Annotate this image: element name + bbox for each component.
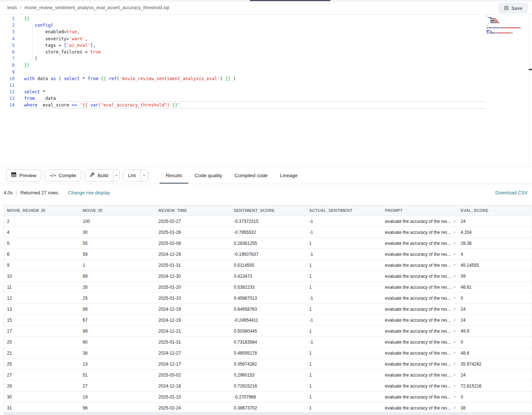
cell-review-time: 2024-12-19 [156,307,231,312]
column-header: SENTIMENT_SCORE [231,208,306,213]
cell-movie-id: 60 [80,340,156,345]
prompt-expand-icon[interactable] [453,362,456,366]
column-header: ACTUAL_SENTIMENT [306,208,382,213]
cell-actual-sentiment: -1 [306,252,382,257]
column-header: MOVIE_REVIEW_ID [4,208,80,213]
lint-button[interactable]: Lint [123,170,141,181]
prompt-expand-icon[interactable] [453,384,456,388]
code-lines[interactable]: 1{{2 config(3 enabled=true,4 severity='w… [0,15,532,109]
lint-dropdown-button[interactable] [141,170,148,181]
cell-movie-id: 96 [80,405,156,411]
cell-prompt: evaluate the accuracy of the res… [382,395,458,400]
cell-prompt: evaluate the accuracy of the res… [382,285,458,290]
cell-actual-sentiment: -1 [306,318,382,323]
prompt-expand-icon[interactable] [453,285,456,289]
prompt-expand-icon[interactable] [453,318,456,322]
code-line[interactable]: 11 [0,82,532,89]
breadcrumb-filename: movie_review_sentiment_analysis_eval_ass… [25,5,169,10]
code-line[interactable]: 6 store_failures = true [0,49,532,55]
table-row: 11262025-01-200.53922331evaluate the acc… [4,282,532,293]
code-line[interactable]: 1{{ [0,15,532,22]
prompt-expand-icon[interactable] [453,351,456,355]
prompt-expand-icon[interactable] [453,263,456,267]
tab-compiled-code[interactable]: Compiled code [228,167,274,184]
cell-sentiment-score: 0.72815216 [231,384,306,389]
code-line[interactable]: 4 severity='warn', [0,35,532,42]
line-number: 11 [0,82,15,89]
save-button[interactable]: Save [499,3,528,13]
code-line[interactable]: 12select * [0,89,532,95]
code-line[interactable]: 3 enabled=true, [0,29,532,35]
horizontal-scrollbar[interactable] [4,412,532,415]
line-number: 6 [0,49,15,55]
code-icon: </> [50,173,56,177]
editor-minimap[interactable] [487,16,528,34]
tab-lineage[interactable]: Lineage [274,167,304,184]
preview-button[interactable]: Preview [6,169,41,182]
line-number: 9 [0,69,15,75]
change-row-display-link[interactable]: Change row display [68,190,110,195]
table-row: 30192025-01-10-0.27079661evaluate the ac… [4,392,532,403]
prompt-expand-icon[interactable] [453,395,456,399]
prompt-expand-icon[interactable] [453,231,456,234]
cell-eval-score: 0 [458,340,532,345]
cell-movie-id: 67 [80,318,156,323]
prompt-preview-text: evaluate the accuracy of the res… [385,384,452,389]
cell-sentiment-score: 0.48595178 [231,351,306,356]
cell-actual-sentiment: 1 [306,362,382,367]
code-line[interactable]: 2 config( [0,22,532,29]
prompt-expand-icon[interactable] [453,296,456,300]
cell-actual-sentiment: 1 [306,241,382,246]
editor-scrollbar-thumb[interactable] [529,69,532,70]
build-dropdown-button[interactable] [113,170,119,181]
prompt-preview-text: evaluate the accuracy of the res… [385,263,452,268]
cell-actual-sentiment: -1 [306,340,382,345]
preview-label: Preview [19,173,36,178]
compile-button[interactable]: </> Compile [45,169,81,182]
table-row: 12252025-01-100.45967013-1evaluate the a… [4,293,532,304]
tab-code-quality[interactable]: Code quality [188,167,228,184]
code-line[interactable]: 10with data as ( select * from {{ ref('m… [0,75,532,82]
code-line[interactable]: 5 tags = ['ai_eval'], [0,42,532,49]
tab-results[interactable]: Results [160,167,188,184]
cell-movie-review-id: 12 [4,296,80,301]
code-line[interactable]: 8}} [0,62,532,68]
prompt-expand-icon[interactable] [453,253,456,256]
prompt-preview-text: evaluate the accuracy of the res… [385,296,452,301]
cell-prompt: evaluate the accuracy of the res… [382,230,458,235]
table-row: 21382024-12-270.485951781evaluate the ac… [4,348,532,359]
cell-prompt: evaluate the accuracy of the res… [382,329,458,334]
cell-eval-score: 38 [458,405,532,411]
prompt-expand-icon[interactable] [453,242,456,245]
cell-movie-review-id: 25 [4,362,80,367]
code-line[interactable]: 13from data [0,95,532,102]
code-line[interactable]: 14where eval_score <= '{{ var("eval_accu… [0,102,532,108]
cell-review-time: 2025-01-10 [156,296,231,301]
prompt-expand-icon[interactable] [453,373,456,377]
cell-movie-review-id: 28 [4,384,80,389]
code-line[interactable]: 9 [0,69,532,75]
cell-eval-score: 4.204 [458,230,532,235]
code-line[interactable]: 7 ) [0,55,532,62]
cell-prompt: evaluate the accuracy of the res… [382,296,458,301]
cell-eval-score: 39 [458,274,532,279]
toolbar-actions: Preview </> Compile Build [0,167,149,184]
table-row: 5552025-02-080.283812551evaluate the acc… [4,238,532,249]
status-bar: 4.0s | Returned 27 rows. Change row disp… [0,184,532,201]
build-button[interactable]: Build [85,170,113,181]
cell-movie-review-id: 30 [4,395,80,400]
prompt-expand-icon[interactable] [453,340,456,344]
cell-review-time: 2025-02-08 [156,241,231,246]
code-editor[interactable]: 1{{2 config(3 enabled=true,4 severity='w… [0,15,532,167]
cell-eval-score: 72.815216 [458,384,532,389]
cell-prompt: evaluate the accuracy of the res… [382,340,458,345]
cell-review-time: 2024-12-17 [156,362,231,367]
cell-actual-sentiment: 1 [306,395,382,400]
prompt-expand-icon[interactable] [453,220,456,223]
prompt-expand-icon[interactable] [453,307,456,311]
prompt-expand-icon[interactable] [453,406,456,410]
prompt-expand-icon[interactable] [453,274,456,278]
prompt-expand-icon[interactable] [453,329,456,333]
download-csv-link[interactable]: Download CSV [495,190,528,195]
cell-movie-id: 38 [80,351,156,356]
